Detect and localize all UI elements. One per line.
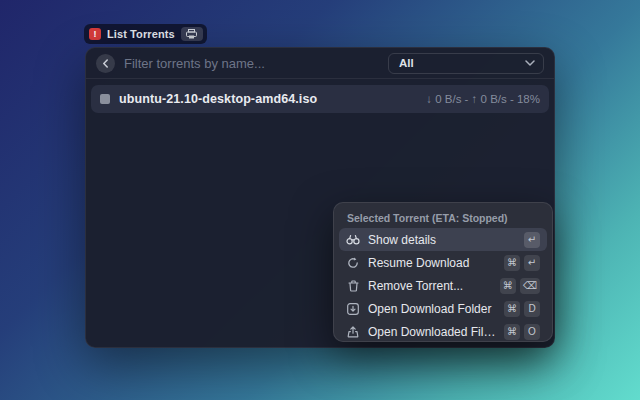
key-return: ↵ xyxy=(524,255,540,271)
shortcut-badges: ↵ xyxy=(524,232,540,248)
filter-dropdown[interactable]: All xyxy=(388,53,544,74)
action-open-downloaded-files[interactable]: Open Downloaded Files... ⌘ O xyxy=(339,320,547,342)
shortcut-badges: ⌘ ⌫ xyxy=(500,278,540,294)
action-label: Open Downloaded Files... xyxy=(368,325,496,339)
action-remove-torrent[interactable]: Remove Torrent... ⌘ ⌫ xyxy=(339,274,547,297)
chevron-down-icon xyxy=(525,60,535,66)
action-open-download-folder[interactable]: Open Download Folder ⌘ D xyxy=(339,297,547,320)
key-o: O xyxy=(524,324,540,340)
shortcut-badges: ⌘ O xyxy=(504,324,540,340)
back-button[interactable] xyxy=(96,54,115,73)
desktop-background: ! List Torrents All xyxy=(0,0,640,400)
key-cmd: ⌘ xyxy=(504,301,520,317)
open-files-icon xyxy=(346,326,360,338)
action-resume-download[interactable]: Resume Download ⌘ ↵ xyxy=(339,251,547,274)
key-cmd: ⌘ xyxy=(500,278,516,294)
action-label: Show details xyxy=(368,233,516,247)
transmission-icon: ! xyxy=(89,28,101,40)
printer-icon xyxy=(181,27,203,41)
key-delete: ⌫ xyxy=(520,278,540,294)
filter-dropdown-value: All xyxy=(399,57,414,69)
key-cmd: ⌘ xyxy=(504,255,520,271)
command-tag-label: List Torrents xyxy=(107,28,175,40)
binoculars-icon xyxy=(346,234,360,245)
torrent-stats: ↓ 0 B/s - ↑ 0 B/s - 18% xyxy=(426,93,540,105)
search-bar: All xyxy=(86,48,554,79)
action-label: Open Download Folder xyxy=(368,302,496,316)
key-return: ↵ xyxy=(524,232,540,248)
folder-icon xyxy=(346,303,360,315)
shortcut-badges: ⌘ ↵ xyxy=(504,255,540,271)
resume-icon xyxy=(346,257,360,269)
torrent-row[interactable]: ubuntu-21.10-desktop-amd64.iso ↓ 0 B/s -… xyxy=(91,85,549,113)
action-label: Resume Download xyxy=(368,256,496,270)
search-input[interactable] xyxy=(124,56,379,71)
action-label: Remove Torrent... xyxy=(368,279,492,293)
command-tag[interactable]: ! List Torrents xyxy=(84,24,207,44)
shortcut-badges: ⌘ D xyxy=(504,301,540,317)
key-cmd: ⌘ xyxy=(504,324,520,340)
action-panel-title: Selected Torrent (ETA: Stopped) xyxy=(339,208,547,228)
action-panel: Selected Torrent (ETA: Stopped) Show det… xyxy=(333,202,553,342)
chevron-left-icon xyxy=(102,59,109,68)
key-d: D xyxy=(524,301,540,317)
torrent-title: ubuntu-21.10-desktop-amd64.iso xyxy=(119,92,317,106)
trash-icon xyxy=(346,280,360,292)
stopped-square-icon xyxy=(100,94,110,104)
action-show-details[interactable]: Show details ↵ xyxy=(339,228,547,251)
